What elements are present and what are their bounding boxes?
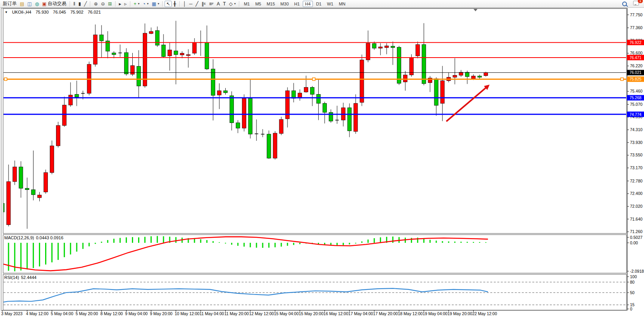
fibonacci-button[interactable]: ≡F — [207, 0, 215, 7]
candle-bullish — [440, 81, 444, 103]
macd-histogram-bar — [95, 243, 96, 244]
fibonacci-glyph: ≡ — [209, 2, 212, 6]
zoom-out-button[interactable]: ⊖ — [99, 1, 106, 7]
candle-bearish — [323, 103, 326, 112]
timeframe-h4-button[interactable]: H4 — [303, 1, 313, 7]
equidistant-channel-button[interactable]: ∥E — [200, 0, 207, 7]
timeframe-w1-button[interactable]: W1 — [325, 1, 336, 7]
macd-histogram-bar — [101, 242, 102, 243]
indicators-dropdown-icon[interactable]: ▾ — [138, 1, 140, 7]
new-order-button[interactable]: 新订单 — [1, 0, 18, 7]
macd-histogram-bar — [225, 243, 226, 244]
candle-bearish — [161, 45, 165, 56]
chat-icon[interactable]: 1 — [632, 0, 640, 8]
templates-dropdown-icon[interactable]: ▾ — [158, 1, 159, 7]
macd-histogram-bar — [70, 243, 71, 254]
macd-histogram-bar — [157, 236, 158, 243]
candle-bullish — [68, 95, 72, 105]
candle-bearish — [205, 42, 209, 69]
candlestick-button[interactable]: ▮ — [77, 1, 82, 7]
macd-name: MACD(12,26,9) — [4, 235, 34, 240]
timeframe-m5-button[interactable]: M5 — [253, 1, 263, 7]
indicators-button[interactable]: +▾ — [132, 0, 141, 7]
horizontal-line-button[interactable]: ─ — [188, 1, 194, 7]
bar-chart-button[interactable]: ‖ — [72, 1, 77, 7]
tile-windows-button[interactable]: ⊞ — [106, 1, 113, 7]
arrows-dropdown-icon[interactable]: ▾ — [234, 1, 236, 7]
collapse-icon[interactable]: ▼ — [5, 11, 8, 14]
new-chart-icon[interactable]: ▤ — [18, 1, 26, 7]
macd-histogram-bar — [175, 237, 177, 243]
chart-canvas[interactable]: 77.75077.36076.98076.60076.22075.84075.4… — [0, 0, 644, 321]
candle-bearish — [347, 108, 351, 131]
timeframe-m15-button[interactable]: M15 — [264, 1, 277, 7]
toolbar-buttons: 新订单▤◫◍▣自动交易‖▮╱⊕⊖⊞▸▹+▾◔▾▦▾↖╂│─╱∥E≡FAT◇▾M1… — [1, 0, 348, 7]
candle-bullish — [7, 182, 11, 225]
candle-bullish — [131, 66, 135, 74]
macd-histogram-bar — [76, 243, 77, 252]
rsi-indicator-label: RSI(14)52.4444 — [4, 275, 39, 280]
line-handle-center[interactable] — [312, 78, 315, 81]
candle-bearish — [112, 53, 116, 54]
price-scale[interactable] — [627, 8, 644, 310]
candle-bearish — [19, 167, 23, 188]
templates-button[interactable]: ▦▾ — [150, 0, 161, 7]
candle-bearish — [422, 44, 426, 84]
tile-windows-glyph: ⊞ — [108, 2, 112, 6]
candle-bullish — [186, 54, 190, 56]
macd-histogram-bar — [293, 243, 294, 245]
zoom-in-button[interactable]: ⊕ — [92, 1, 99, 7]
candle-bullish — [93, 35, 97, 65]
macd-histogram-bar — [281, 243, 282, 247]
quote-open: 75.930 — [35, 10, 49, 14]
trendline-glyph: ╱ — [196, 2, 198, 6]
macd-histogram-bar — [349, 243, 350, 244]
crosshair-glyph: ╂ — [173, 2, 176, 6]
macd-histogram-bar — [119, 238, 121, 243]
macd-histogram-bar — [206, 240, 207, 243]
profiles-icon-glyph: ◫ — [27, 2, 32, 6]
line-chart-button[interactable]: ╱ — [82, 1, 88, 7]
time-scale[interactable] — [3, 310, 626, 317]
broadcast-icon-glyph: ◍ — [35, 2, 39, 6]
macd-histogram-bar — [163, 236, 164, 243]
macd-histogram-bar — [343, 243, 344, 245]
glyph-subscript: F — [212, 1, 214, 7]
chart-shift-button[interactable]: ▹ — [123, 1, 128, 7]
profiles-icon[interactable]: ◫ — [26, 1, 33, 7]
candle-bullish — [385, 46, 389, 47]
macd-histogram-bar — [423, 239, 425, 243]
candle-bullish — [453, 75, 457, 77]
macd-histogram-bar — [107, 240, 108, 243]
toolbar-separator — [239, 1, 240, 7]
timeframe-h1-button[interactable]: H1 — [292, 1, 302, 7]
vertical-line-button[interactable]: │ — [182, 1, 188, 7]
autotrading-button[interactable]: ▣自动交易 — [40, 0, 68, 7]
cursor-button[interactable]: ↖ — [165, 1, 172, 7]
line-handle-left[interactable] — [4, 78, 7, 81]
macd-histogram-bar — [237, 243, 239, 246]
auto-scroll-button[interactable]: ▸ — [118, 1, 123, 7]
timeframe-m30-button[interactable]: M30 — [278, 1, 291, 7]
text-label-button[interactable]: T — [221, 1, 227, 7]
autotrading-glyph: ▣ — [42, 2, 46, 6]
timeframe-mn-button[interactable]: MN — [337, 1, 348, 7]
macd-histogram-bar — [138, 237, 139, 243]
text-glyph: A — [217, 2, 220, 6]
timeframe-m1-button[interactable]: M1 — [242, 1, 252, 7]
broadcast-icon[interactable]: ◍ — [33, 1, 40, 7]
macd-histogram-bar — [448, 242, 449, 243]
arrows-button[interactable]: ◇▾ — [227, 0, 237, 7]
trendline-button[interactable]: ╱ — [194, 1, 200, 7]
cursor-glyph: ↖ — [166, 2, 170, 6]
line-handle-right[interactable] — [621, 78, 623, 81]
text-button[interactable]: A — [215, 1, 221, 7]
macd-histogram-bar — [479, 242, 480, 243]
crosshair-button[interactable]: ╂ — [172, 1, 177, 7]
macd-histogram-bar — [392, 237, 393, 243]
timeframe-d1-button[interactable]: D1 — [314, 1, 324, 7]
macd-histogram-bar — [132, 237, 133, 243]
periods-button[interactable]: ◔▾ — [141, 0, 150, 7]
search-icon[interactable] — [621, 1, 628, 7]
periods-dropdown-icon[interactable]: ▾ — [147, 1, 149, 7]
